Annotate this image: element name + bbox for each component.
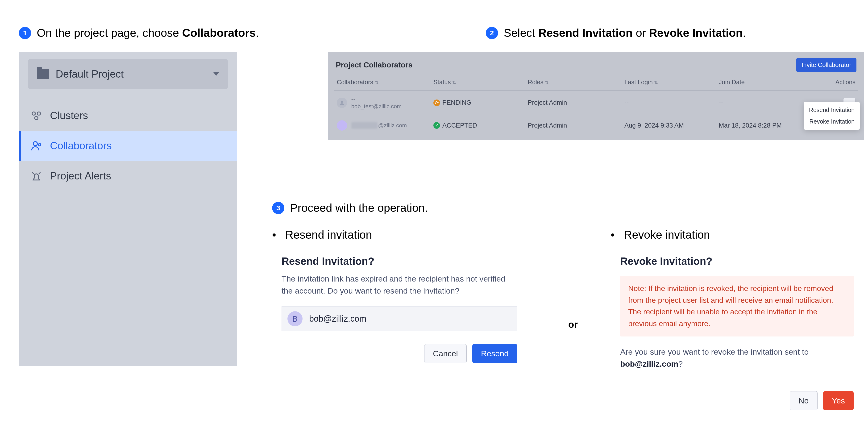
th-actions: Actions bbox=[808, 75, 858, 90]
redacted-name bbox=[351, 122, 377, 129]
sort-icon: ⇅ bbox=[375, 80, 379, 85]
invite-collaborator-button[interactable]: Invite Collaborator bbox=[796, 58, 857, 72]
row-name-top: -- bbox=[351, 96, 402, 103]
row-last-login: -- bbox=[622, 90, 716, 115]
table-row: -- bob_test@zilliz.com ⟳ PENDING Project… bbox=[334, 90, 858, 115]
avatar-letter: B bbox=[287, 311, 303, 326]
table-row: @zilliz.com ✓ ACCEPTED Project Admin Aug… bbox=[334, 115, 858, 136]
resend-confirm-button[interactable]: Resend bbox=[472, 344, 517, 363]
collaborators-icon bbox=[30, 139, 42, 152]
step-2-badge: 2 bbox=[486, 27, 498, 39]
sort-icon: ⇅ bbox=[545, 80, 549, 85]
or-label: or bbox=[568, 319, 578, 330]
step-3-badge: 3 bbox=[272, 202, 284, 214]
th-collaborators[interactable]: Collaborators⇅ bbox=[334, 75, 431, 90]
project-selector[interactable]: Default Project bbox=[28, 59, 228, 89]
pending-icon: ⟳ bbox=[433, 99, 440, 106]
th-last-login[interactable]: Last Login⇅ bbox=[622, 75, 716, 90]
folder-icon bbox=[37, 69, 49, 79]
resend-dialog-body: The invitation link has expired and the … bbox=[282, 273, 508, 297]
resend-cancel-button[interactable]: Cancel bbox=[424, 344, 467, 363]
row-name-bottom: bob_test@zilliz.com bbox=[351, 103, 402, 109]
step-1-badge: 1 bbox=[19, 27, 31, 39]
row-role: Project Admin bbox=[525, 90, 622, 115]
step-3-text: Proceed with the operation. bbox=[290, 201, 428, 214]
sidebar-panel: Default Project Clusters Collaborators bbox=[19, 52, 237, 366]
panel-title: Project Collaborators bbox=[336, 61, 412, 69]
th-status[interactable]: Status⇅ bbox=[431, 75, 525, 90]
svg-point-2 bbox=[35, 117, 38, 120]
step-1-text: On the project page, choose Collaborator… bbox=[37, 26, 259, 39]
step-2-text: Select Resend Invitation or Revoke Invit… bbox=[504, 26, 746, 39]
resend-email: bob@zilliz.com bbox=[309, 314, 367, 324]
th-join-date: Join Date bbox=[716, 75, 808, 90]
sidebar-item-alerts[interactable]: Project Alerts bbox=[19, 161, 237, 191]
accepted-icon: ✓ bbox=[433, 122, 440, 129]
row-name-suffix: @zilliz.com bbox=[378, 122, 407, 129]
svg-point-1 bbox=[37, 112, 40, 115]
menu-revoke-invitation[interactable]: Revoke Invitation bbox=[804, 116, 860, 127]
svg-point-0 bbox=[32, 112, 35, 115]
actions-menu: Resend Invitation Revoke Invitation bbox=[804, 102, 860, 130]
project-name: Default Project bbox=[56, 68, 207, 80]
collaborators-table: Collaborators⇅ Status⇅ Roles⇅ Last Login… bbox=[334, 75, 858, 136]
menu-resend-invitation[interactable]: Resend Invitation bbox=[804, 104, 860, 116]
resend-email-row: B bob@zilliz.com bbox=[282, 306, 517, 331]
sidebar-item-label: Clusters bbox=[50, 109, 88, 121]
sort-icon: ⇅ bbox=[654, 80, 658, 85]
chevron-down-icon bbox=[213, 72, 219, 76]
row-last-login: Aug 9, 2024 9:33 AM bbox=[622, 115, 716, 136]
collaborators-panel: Project Collaborators Invite Collaborato… bbox=[328, 52, 864, 140]
row-join-date: -- bbox=[716, 90, 808, 115]
th-roles[interactable]: Roles⇅ bbox=[525, 75, 622, 90]
status-accepted: ✓ ACCEPTED bbox=[433, 122, 522, 129]
avatar bbox=[337, 98, 347, 108]
svg-point-5 bbox=[341, 100, 343, 102]
resend-dialog-title: Resend Invitation? bbox=[282, 255, 517, 267]
sidebar-item-collaborators[interactable]: Collaborators bbox=[19, 131, 237, 161]
row-role: Project Admin bbox=[525, 115, 622, 136]
bullet-resend: • Resend invitation bbox=[272, 228, 517, 241]
status-pending: ⟳ PENDING bbox=[433, 99, 522, 106]
revoke-confirm-question: Are you sure you want to revoke the invi… bbox=[620, 346, 846, 370]
avatar bbox=[337, 120, 347, 131]
clusters-icon bbox=[30, 109, 42, 122]
revoke-warning: Note: If the invitation is revoked, the … bbox=[620, 276, 854, 337]
sidebar-item-label: Project Alerts bbox=[50, 170, 111, 182]
svg-point-4 bbox=[38, 144, 41, 146]
sidebar-item-label: Collaborators bbox=[50, 140, 112, 152]
alerts-icon bbox=[30, 170, 42, 182]
sort-icon: ⇅ bbox=[452, 80, 456, 85]
svg-point-3 bbox=[33, 142, 37, 146]
revoke-yes-button[interactable]: Yes bbox=[823, 391, 854, 410]
revoke-no-button[interactable]: No bbox=[790, 391, 817, 410]
row-join-date: Mar 18, 2024 8:28 PM bbox=[716, 115, 808, 136]
sidebar-item-clusters[interactable]: Clusters bbox=[19, 100, 237, 131]
revoke-dialog-title: Revoke Invitation? bbox=[620, 255, 854, 267]
bullet-revoke: • Revoke invitation bbox=[611, 228, 854, 241]
